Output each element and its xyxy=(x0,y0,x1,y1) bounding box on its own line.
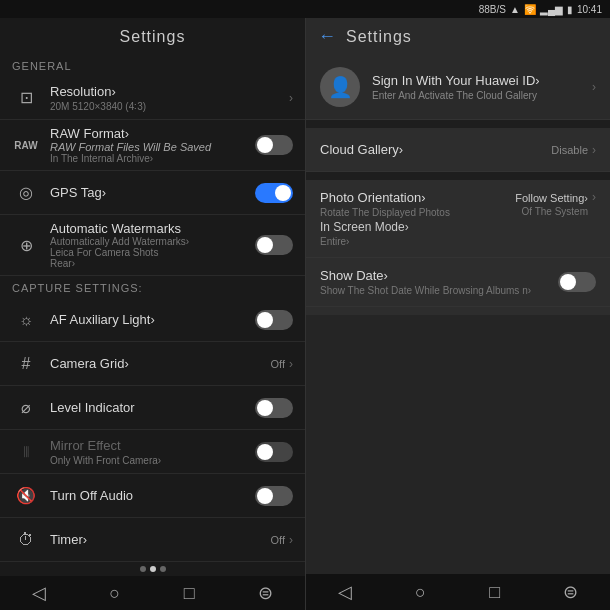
cloud-gallery-row[interactable]: Cloud Gallery› Disable › xyxy=(306,128,610,172)
right-content: 👤 Sign In With Your Huawei ID› Enter And… xyxy=(306,55,610,315)
gps-title: GPS Tag› xyxy=(50,185,255,200)
right-nav-recent[interactable]: □ xyxy=(489,582,500,603)
raw-subtitle1: RAW Format Files Will Be Saved xyxy=(50,141,255,153)
watermark-title: Automatic Watermarks xyxy=(50,221,255,236)
timer-value: Off xyxy=(271,534,285,546)
gps-toggle[interactable] xyxy=(255,183,293,203)
show-date-text: Show Date› Show The Shot Date While Brow… xyxy=(320,268,558,296)
camera-grid-row[interactable]: # Camera Grid› Off › xyxy=(0,342,305,386)
af-toggle[interactable] xyxy=(255,310,293,330)
show-location-row[interactable]: Show Location› Show The Shooting Locatio… xyxy=(306,307,610,315)
show-date-sub: Show The Shot Date While Browsing Albums… xyxy=(320,285,558,296)
nav-recent-icon[interactable]: □ xyxy=(184,583,195,604)
watermark-text: Automatic Watermarks Automatically Add W… xyxy=(50,221,255,269)
level-toggle[interactable] xyxy=(255,398,293,418)
dot-2 xyxy=(150,566,156,572)
mirror-row[interactable]: ⦀ Mirror Effect Only With Front Camera› xyxy=(0,430,305,474)
raw-format-row[interactable]: RAW RAW Format› RAW Format Files Will Be… xyxy=(0,120,305,171)
cloud-gallery-chevron: › xyxy=(592,143,596,157)
mirror-text: Mirror Effect Only With Front Camera› xyxy=(50,438,255,466)
audio-toggle[interactable] xyxy=(255,486,293,506)
general-section-label: GENERAL xyxy=(0,54,305,76)
profile-subtitle: Enter And Activate The Cloud Gallery xyxy=(372,90,592,101)
right-spacer xyxy=(306,315,610,575)
mirror-icon: ⦀ xyxy=(12,438,40,466)
divider-1 xyxy=(306,120,610,128)
timer-row[interactable]: ⏱ Timer› Off › xyxy=(0,518,305,562)
mirror-toggle[interactable] xyxy=(255,442,293,462)
watermark-sub2: Leica For Camera Shots xyxy=(50,247,255,258)
back-arrow-icon[interactable]: ← xyxy=(318,26,336,47)
af-icon: ☼ xyxy=(12,306,40,334)
photo-orientation-chevron: › xyxy=(592,190,596,204)
watermark-row[interactable]: ⊕ Automatic Watermarks Automatically Add… xyxy=(0,215,305,276)
grid-value: Off xyxy=(271,358,285,370)
photo-orientation-values: Follow Setting› Of The System xyxy=(515,190,588,217)
profile-title: Sign In With Your Huawei ID› xyxy=(372,73,592,88)
grid-title: Camera Grid› xyxy=(50,356,271,371)
audio-icon: 🔇 xyxy=(12,482,40,510)
wifi-icon: 🛜 xyxy=(524,4,536,15)
grid-icon: # xyxy=(12,350,40,378)
gps-text: GPS Tag› xyxy=(50,185,255,200)
raw-title: RAW Format› xyxy=(50,126,255,141)
right-nav-menu[interactable]: ⊜ xyxy=(563,581,578,603)
show-date-row[interactable]: Show Date› Show The Shot Date While Brow… xyxy=(306,258,610,307)
raw-toggle[interactable] xyxy=(255,135,293,155)
af-light-row[interactable]: ☼ AF Auxiliary Light› xyxy=(0,298,305,342)
audio-text: Turn Off Audio xyxy=(50,488,255,503)
resolution-text: Resolution› 20M 5120×3840 (4∶3) xyxy=(50,84,289,112)
watermark-sub1: Automatically Add Watermarks› xyxy=(50,236,255,247)
photo-orientation-title: Photo Orientation› xyxy=(320,190,515,205)
show-date-title: Show Date› xyxy=(320,268,558,283)
right-nav-home[interactable]: ○ xyxy=(415,582,426,603)
dot-3 xyxy=(160,566,166,572)
audio-row[interactable]: 🔇 Turn Off Audio xyxy=(0,474,305,518)
photo-orientation-row[interactable]: Photo Orientation› Rotate The Displayed … xyxy=(306,180,610,258)
show-date-toggle[interactable] xyxy=(558,272,596,292)
right-panel-title: Settings xyxy=(346,28,412,46)
right-nav-bar: ◁ ○ □ ⊜ xyxy=(306,574,610,610)
of-the-system: Of The System xyxy=(515,206,588,217)
nav-menu-icon[interactable]: ⊜ xyxy=(258,582,273,604)
level-row[interactable]: ⌀ Level Indicator xyxy=(0,386,305,430)
cloud-gallery-text: Cloud Gallery› xyxy=(320,142,551,157)
gps-icon: ◎ xyxy=(12,179,40,207)
audio-title: Turn Off Audio xyxy=(50,488,255,503)
capture-section-label: CAPTURE SETTINGS: xyxy=(0,276,305,298)
cloud-gallery-title: Cloud Gallery› xyxy=(320,142,551,157)
signal-icon: ▲ xyxy=(510,4,520,15)
resolution-icon: ⊡ xyxy=(12,84,40,112)
status-bar: 88B/S ▲ 🛜 ▂▄▆ ▮ 10:41 xyxy=(0,0,610,18)
profile-text: Sign In With Your Huawei ID› Enter And A… xyxy=(372,73,592,101)
mirror-title: Mirror Effect xyxy=(50,438,255,453)
profile-row[interactable]: 👤 Sign In With Your Huawei ID› Enter And… xyxy=(306,55,610,120)
af-title: AF Auxiliary Light› xyxy=(50,312,255,327)
timer-text: Timer› xyxy=(50,532,271,547)
timer-chevron: › xyxy=(289,533,293,547)
photo-orientation-sub2: In Screen Mode› xyxy=(320,220,515,234)
level-text: Level Indicator xyxy=(50,400,255,415)
left-nav-bar: ◁ ○ □ ⊜ xyxy=(0,576,305,610)
watermark-toggle[interactable] xyxy=(255,235,293,255)
bars-icon: ▂▄▆ xyxy=(540,4,563,15)
af-text: AF Auxiliary Light› xyxy=(50,312,255,327)
nav-home-icon[interactable]: ○ xyxy=(109,583,120,604)
nav-back-icon[interactable]: ◁ xyxy=(32,582,46,604)
battery-icon: ▮ xyxy=(567,4,573,15)
right-header: ← Settings xyxy=(306,18,610,55)
watermark-icon: ⊕ xyxy=(12,231,40,259)
time-display: 10:41 xyxy=(577,4,602,15)
follow-setting: Follow Setting› xyxy=(515,192,588,204)
resolution-value: 20M 5120×3840 (4∶3) xyxy=(50,101,289,112)
right-nav-back[interactable]: ◁ xyxy=(338,581,352,603)
watermark-sub3: Rear› xyxy=(50,258,255,269)
photo-orientation-text: Photo Orientation› Rotate The Displayed … xyxy=(320,190,515,247)
right-panel: ← Settings 👤 Sign In With Your Huawei ID… xyxy=(305,18,610,610)
raw-text: RAW Format› RAW Format Files Will Be Sav… xyxy=(50,126,255,164)
gps-row[interactable]: ◎ GPS Tag› xyxy=(0,171,305,215)
grid-text: Camera Grid› xyxy=(50,356,271,371)
timer-title: Timer› xyxy=(50,532,271,547)
dot-1 xyxy=(140,566,146,572)
resolution-row[interactable]: ⊡ Resolution› 20M 5120×3840 (4∶3) › xyxy=(0,76,305,120)
